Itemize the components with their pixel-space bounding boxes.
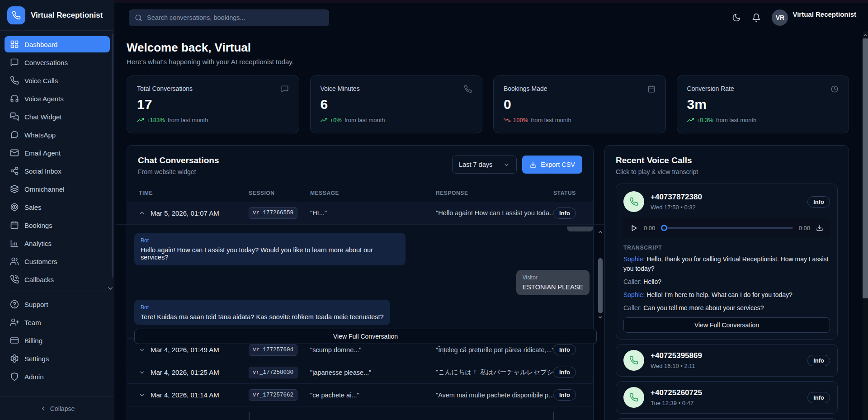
sidebar-scrollbar-thumb[interactable]: [112, 33, 113, 278]
seek-slider[interactable]: [661, 225, 793, 231]
sidebar-item-conversations[interactable]: Conversations: [5, 54, 110, 71]
transcript-speaker: Caller:: [623, 304, 642, 311]
stat-card-voice-minutes: Voice Minutes 6 +0%from last month: [310, 76, 483, 133]
info-badge[interactable]: Info: [553, 208, 576, 219]
info-badge[interactable]: Info: [553, 344, 576, 355]
view-full-conversation-button[interactable]: View Full Conversation: [134, 329, 597, 344]
page-scrollbar-thumb[interactable]: [863, 38, 868, 298]
sidebar-item-analytics[interactable]: Analytics: [5, 235, 110, 251]
session-badge: vr_177266559: [249, 207, 297, 219]
stat-note: from last month: [344, 117, 385, 123]
sidebar-item-label: Sales: [24, 203, 42, 211]
chat-panel-subtitle: From website widget: [138, 168, 219, 175]
sidebar-item-settings[interactable]: Settings: [5, 350, 110, 367]
table-row-partial[interactable]: [127, 406, 593, 420]
voice-call-card-partial[interactable]: [616, 418, 838, 420]
info-badge[interactable]: Info: [553, 389, 576, 401]
sidebar-item-label: Email Agent: [24, 149, 61, 157]
chevron-down-icon[interactable]: [598, 314, 603, 319]
phone-call-icon: [623, 350, 644, 371]
phone-call-icon: [623, 191, 644, 212]
sidebar-item-label: Support: [24, 301, 48, 308]
profile-menu[interactable]: VR Virtual Receptionist: [772, 9, 856, 26]
chat-scrollbar[interactable]: [598, 228, 603, 319]
sidebar-collapse-button[interactable]: Collapse: [0, 396, 114, 420]
sidebar-item-email-agent[interactable]: Email Agent: [5, 145, 110, 161]
stat-value: 3m: [687, 97, 839, 112]
layers-icon: [10, 184, 19, 193]
sidebar-item-team[interactable]: Team: [5, 314, 110, 330]
sidebar-nav: Dashboard Conversations Voice Calls Voic…: [0, 31, 114, 396]
chat-scrollbar-thumb[interactable]: [598, 258, 603, 313]
total-time: 0:00: [799, 225, 810, 231]
sidebar-item-voice-agents[interactable]: Voice Agents: [5, 90, 110, 107]
voice-call-card[interactable]: +40725260725 Tue 12:39 • 0:47 Info: [616, 381, 838, 414]
table-row[interactable]: Mar 4, 2026, 01:14 AM vr_177257662 "ce p…: [127, 383, 593, 406]
page-scrollbar[interactable]: [863, 31, 868, 420]
transcript-line: Caller: Can you tell me more about your …: [623, 303, 830, 313]
sidebar-item-chat-widget[interactable]: Chat Widget: [5, 109, 110, 125]
info-badge[interactable]: Info: [807, 196, 830, 208]
date-range-select[interactable]: Last 7 days: [452, 156, 517, 174]
sidebar-item-voice-calls[interactable]: Voice Calls: [5, 72, 110, 89]
download-icon[interactable]: [816, 224, 823, 231]
sidebar-item-label: Dashboard: [24, 41, 57, 48]
column-time: TIME: [139, 190, 249, 196]
info-badge[interactable]: Info: [807, 355, 830, 366]
phone-icon: [464, 85, 472, 93]
voice-call-card[interactable]: +40737872380 Wed 17:50 • 0:32 Info 0:00 …: [616, 184, 838, 340]
transcript-line: Sophie: Hello, thank you for calling Vir…: [623, 255, 830, 274]
avatar[interactable]: VR: [772, 9, 788, 26]
info-badge[interactable]: Info: [807, 392, 830, 403]
transcript-speaker: Sophie:: [623, 255, 645, 263]
sidebar-item-sales[interactable]: Sales: [5, 199, 110, 215]
phone-callback-icon: [10, 275, 19, 284]
chevron-up-icon[interactable]: [598, 228, 603, 234]
view-full-conversation-button[interactable]: View Full Conversation: [623, 317, 830, 333]
sidebar-item-callbacks[interactable]: Callbacks: [5, 271, 110, 288]
sidebar-item-customers[interactable]: Customers: [5, 253, 110, 269]
stat-note: from last month: [716, 117, 757, 123]
dark-mode-toggle-moon-icon[interactable]: [732, 13, 741, 22]
sidebar-item-admin[interactable]: Admin: [5, 368, 110, 385]
mail-icon: [10, 148, 19, 157]
sidebar-item-billing[interactable]: Billing: [5, 332, 110, 349]
recent-voice-calls-panel: Recent Voice Calls Click to play & view …: [604, 145, 849, 420]
bubble-text: Hello again! How can I assist you today?…: [141, 246, 399, 261]
scroll-up-arrow-icon[interactable]: [863, 32, 868, 37]
bot-message-bubble: Bot Tere! Kuidas ma saan teid täna aidat…: [134, 300, 390, 325]
sidebar-item-whatsapp[interactable]: WhatsApp: [5, 127, 110, 143]
chat-panel-title: Chat Conversations: [138, 156, 219, 165]
transcript-line: Caller: Hello?: [623, 277, 830, 287]
notifications-bell-icon[interactable]: [752, 13, 761, 22]
chat-panel-header: Chat Conversations From website widget L…: [138, 156, 582, 175]
call-number: +40725395869: [651, 351, 702, 360]
play-icon[interactable]: [630, 224, 638, 232]
sidebar-item-bookings[interactable]: Bookings: [5, 217, 110, 233]
slider-knob[interactable]: [661, 225, 667, 231]
table-row[interactable]: Mar 5, 2026, 01:07 AM vr_177266559 "HI..…: [127, 202, 593, 224]
table-row[interactable]: Mar 4, 2026, 01:25 AM vr_177258030 "japa…: [127, 361, 593, 383]
calendar-icon: [647, 85, 656, 93]
info-badge[interactable]: Info: [553, 367, 576, 378]
transcript-text: Hello! I'm here to help. What can I do f…: [645, 291, 792, 298]
sidebar-item-social-inbox[interactable]: Social Inbox: [5, 163, 110, 179]
audio-player: 0:00 0:00: [623, 217, 830, 238]
content-scroll-area: Welcome back, Virtual Here's what's happ…: [114, 31, 863, 420]
sidebar-item-label: Settings: [24, 355, 49, 363]
search-input[interactable]: [147, 14, 323, 21]
sidebar-item-omnichannel[interactable]: Omnichannel: [5, 181, 110, 197]
download-icon: [529, 161, 537, 168]
voice-call-card[interactable]: +40725395869 Wed 16:10 • 2:11 Info: [616, 344, 838, 377]
row-message: "ce pachete ai...": [310, 392, 436, 399]
users-icon: [10, 257, 19, 266]
stat-change: +0%: [330, 117, 342, 123]
bar-chart-icon: [10, 239, 19, 248]
sidebar-item-support[interactable]: Support: [5, 296, 110, 312]
export-csv-button[interactable]: Export CSV: [522, 156, 582, 174]
headphones-icon: [10, 94, 19, 103]
sidebar-item-dashboard[interactable]: Dashboard: [5, 36, 110, 52]
global-search[interactable]: [129, 9, 329, 26]
stat-label: Voice Minutes: [321, 85, 360, 92]
call-meta: Wed 17:50 • 0:32: [651, 204, 702, 211]
